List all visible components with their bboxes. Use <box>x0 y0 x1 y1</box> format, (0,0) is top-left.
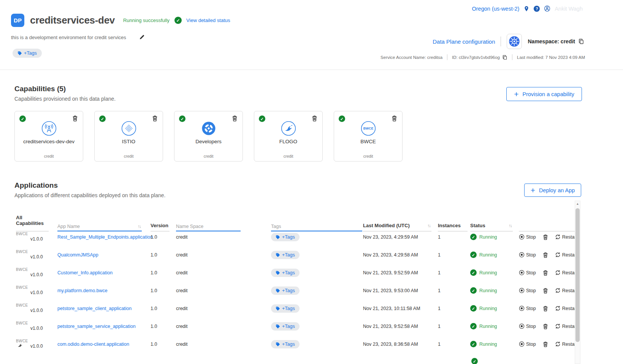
restart-icon <box>555 341 561 347</box>
trash-icon <box>311 115 318 122</box>
kubernetes-button[interactable] <box>507 34 522 49</box>
delete-capability-button[interactable] <box>152 115 158 122</box>
capability-card[interactable]: BWCE credit <box>334 111 403 161</box>
table-scrollbar[interactable] <box>575 201 580 364</box>
location-pin-icon[interactable] <box>523 6 529 12</box>
sort-icon[interactable] <box>138 224 142 229</box>
app-name-link[interactable]: petstore_sample_service_application <box>57 324 136 329</box>
capability-card[interactable]: ISTIO credit <box>94 111 163 161</box>
restart-button[interactable]: Restart <box>555 252 577 258</box>
row-last-modified: Nov 21, 2023, 10:11:58 AM <box>360 306 434 311</box>
capability-card[interactable]: Developers credit <box>174 111 243 161</box>
capability-namespace: credit <box>254 154 322 158</box>
delete-capability-button[interactable] <box>311 115 318 122</box>
app-name-link[interactable]: Customer_Info.application <box>57 270 113 275</box>
delete-capability-button[interactable] <box>391 115 398 122</box>
tag-icon <box>276 235 280 239</box>
restart-icon <box>555 234 561 240</box>
app-name-link[interactable]: QualcommJMSApp <box>57 252 98 258</box>
stop-button[interactable]: Stop <box>519 288 536 293</box>
app-name-link[interactable]: my.platform.demo.bwce <box>57 288 108 293</box>
developers-icon <box>201 121 216 136</box>
trash-icon <box>391 115 398 122</box>
delete-capability-button[interactable] <box>231 115 238 122</box>
stop-icon <box>519 234 525 240</box>
delete-app-button[interactable] <box>542 323 548 329</box>
app-name-link[interactable]: Rest_Sample_Multiple_Endpoints.applicati… <box>57 234 153 240</box>
stop-button[interactable]: Stop <box>519 270 536 275</box>
region-selector[interactable]: Oregon (us-west-2) <box>472 6 519 12</box>
data-plane-configuration-link[interactable]: Data Plane configuration <box>433 38 495 45</box>
row-version: 1.0 <box>147 342 173 347</box>
add-tags-button[interactable]: +Tags <box>13 49 42 58</box>
row-status: Running <box>479 252 497 258</box>
restart-button[interactable]: Restart <box>555 288 577 293</box>
copy-id-button[interactable] <box>502 55 507 60</box>
stop-button[interactable]: Stop <box>519 234 536 240</box>
capability-namespace: credit <box>174 154 243 158</box>
row-instances: 1 <box>434 234 467 240</box>
provision-capability-button[interactable]: Provision a capability <box>506 87 582 101</box>
capability-card[interactable]: FLOGO credit <box>254 111 323 161</box>
tag-icon <box>276 324 280 329</box>
version-column-header: Version <box>151 223 170 231</box>
stop-button[interactable]: Stop <box>519 323 536 329</box>
add-tags-button[interactable]: +Tags <box>271 340 300 348</box>
status-ok-icon <box>470 287 477 294</box>
sort-icon[interactable] <box>509 223 513 228</box>
add-tags-button[interactable]: +Tags <box>271 322 300 331</box>
add-tags-button[interactable]: +Tags <box>271 233 300 241</box>
row-capability-version: v1.0.0 <box>30 308 54 313</box>
capability-namespace: credit <box>95 154 163 158</box>
app-name-link[interactable]: petstore_sample_client_application <box>57 306 132 311</box>
scrollbar-thumb[interactable] <box>575 208 580 342</box>
app-name-filter-input[interactable] <box>57 224 138 229</box>
row-last-modified: Nov 23, 2023, 4:29:58 AM <box>360 252 434 258</box>
deploy-app-button[interactable]: Deploy an App <box>524 184 581 197</box>
restart-button[interactable]: Restart <box>555 323 577 329</box>
help-icon[interactable] <box>534 6 540 12</box>
view-detailed-status-link[interactable]: View detailed status <box>186 17 230 23</box>
restart-button[interactable]: Restart <box>555 270 577 275</box>
add-tags-button[interactable]: +Tags <box>271 304 300 313</box>
user-avatar-icon[interactable] <box>544 5 550 12</box>
copy-namespace-button[interactable] <box>578 38 584 44</box>
delete-app-button[interactable] <box>542 341 548 347</box>
restart-button[interactable]: Restart <box>555 305 577 311</box>
delete-app-button[interactable] <box>542 270 548 276</box>
stop-button[interactable]: Stop <box>519 252 536 258</box>
delete-app-button[interactable] <box>542 288 548 294</box>
namespace-label: Namespace: credit <box>528 38 575 44</box>
app-name-link[interactable]: com.odido.demo-client.application <box>57 342 129 347</box>
namespace-filter-input[interactable] <box>176 224 241 229</box>
capability-card[interactable]: creditservices-dev-dev credit <box>14 111 83 161</box>
stop-button[interactable]: Stop <box>519 341 536 347</box>
istio-icon <box>121 121 136 136</box>
delete-app-button[interactable] <box>542 234 548 240</box>
scroll-up-arrow[interactable] <box>575 202 580 206</box>
table-body: BWCE v1.0.0 Rest_Sample_Multiple_Endpoin… <box>11 228 574 353</box>
tags-filter-input[interactable] <box>271 224 362 229</box>
delete-app-button[interactable] <box>542 252 548 258</box>
add-tags-button[interactable]: +Tags <box>271 251 300 259</box>
stop-icon <box>519 341 525 347</box>
trash-icon <box>542 288 548 294</box>
table-header-row: All Capabilities Version Last Modified (… <box>11 215 574 228</box>
capability-filter[interactable]: All Capabilities <box>16 215 49 229</box>
row-instances: 1 <box>434 270 467 275</box>
header-divider <box>0 70 623 70</box>
status-ok-icon <box>471 358 478 364</box>
restart-icon <box>555 252 561 258</box>
add-tags-button[interactable]: +Tags <box>271 269 300 277</box>
restart-button[interactable]: Restart <box>555 234 577 240</box>
row-namespace: credit <box>173 288 266 293</box>
row-namespace: credit <box>173 324 266 329</box>
row-capability-version: v1.0.0 <box>30 343 54 349</box>
delete-app-button[interactable] <box>542 305 548 312</box>
sort-icon[interactable] <box>428 223 432 228</box>
delete-capability-button[interactable] <box>72 115 78 122</box>
stop-button[interactable]: Stop <box>519 305 536 311</box>
restart-button[interactable]: Restart <box>555 341 577 347</box>
add-tags-button[interactable]: +Tags <box>271 286 300 295</box>
edit-description-button[interactable] <box>139 34 145 40</box>
